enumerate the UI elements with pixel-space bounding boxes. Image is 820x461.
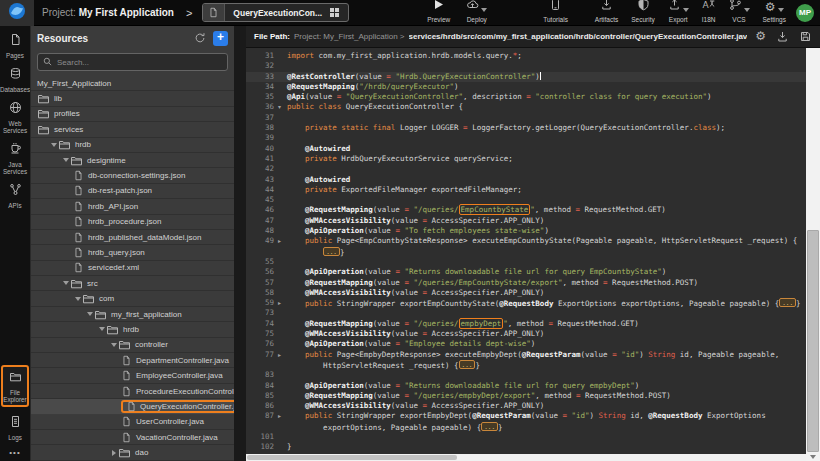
- tree-item-src[interactable]: src: [31, 276, 234, 291]
- caret-down-icon[interactable]: [87, 312, 93, 316]
- tree-item-hrdb_API.json[interactable]: hrdb_API.json: [31, 199, 234, 214]
- tree-item-designtime[interactable]: designtime: [31, 153, 234, 168]
- code-line-84[interactable]: 84 @ApiOperation(value = "Returns downlo…: [246, 381, 806, 391]
- code-line-73[interactable]: 73: [246, 308, 806, 318]
- open-file-tab[interactable]: QueryExecutionCon...: [202, 3, 349, 22]
- code-line-83[interactable]: 83: [246, 370, 806, 380]
- settings-button[interactable]: ⚙Settings: [763, 2, 787, 23]
- folded-code-placeholder[interactable]: ...: [779, 298, 796, 307]
- caret-down-icon[interactable]: [75, 297, 81, 301]
- app-logo[interactable]: [0, 0, 34, 26]
- code-line-44[interactable]: 44 private ExportedFileManager exportedF…: [246, 185, 806, 195]
- rail-item-java-services[interactable]: Java Services: [1, 141, 29, 175]
- folded-code-placeholder[interactable]: ...: [481, 422, 498, 431]
- caret-down-icon[interactable]: [63, 158, 69, 162]
- code-line-46[interactable]: 46 @RequestMapping(value = "/queries/Emp…: [246, 205, 806, 215]
- panel-scrollbar-track[interactable]: [234, 26, 246, 461]
- horizontal-scrollbar[interactable]: [246, 454, 806, 461]
- tree-item-db-rest-patch.json[interactable]: db-rest-patch.json: [31, 184, 234, 199]
- rail-item-apis[interactable]: APIs: [1, 182, 29, 209]
- vertical-scrollbar[interactable]: [806, 48, 820, 461]
- code-line-56[interactable]: 56 @ApiOperation(value = "Returns downlo…: [246, 267, 806, 277]
- caret-right-icon[interactable]: [112, 450, 116, 456]
- caret-down-icon[interactable]: [99, 327, 105, 331]
- caret-down-icon[interactable]: [51, 143, 57, 147]
- scroll-down-arrow-icon[interactable]: [810, 455, 816, 459]
- fold-open-icon[interactable]: ▾: [278, 102, 287, 112]
- rail-item-pages[interactable]: Pages: [1, 32, 29, 59]
- tree-item-UserController.java[interactable]: UserController.java: [31, 415, 234, 430]
- tree-item-profiles[interactable]: profiles: [31, 107, 234, 122]
- security-button[interactable]: Security: [631, 2, 654, 23]
- chevron-down-icon[interactable]: [683, 8, 689, 12]
- code-line-31[interactable]: 31import com.my_first_application.hrdb.m…: [246, 51, 806, 61]
- chevron-down-icon[interactable]: [744, 8, 750, 12]
- code-line-75[interactable]: 75 @WMAccessVisibility(value = AccessSpe…: [246, 329, 806, 339]
- code-line-wrap[interactable]: exportOptions, Pageable pageable) {...}: [246, 422, 806, 432]
- save-file-button[interactable]: [799, 30, 812, 43]
- code-line-43[interactable]: 43 @Autowired: [246, 175, 806, 185]
- fold-closed-icon[interactable]: ▸: [278, 411, 287, 421]
- code-line-59[interactable]: 59▸ public StringWrapper exportEmpCountb…: [246, 298, 806, 308]
- user-avatar[interactable]: MP: [796, 4, 814, 22]
- code-line-48[interactable]: 48 @ApiOperation(value = "To fetch emplo…: [246, 226, 806, 236]
- code-line-32[interactable]: 32: [246, 61, 806, 71]
- code-line-86[interactable]: 86 @WMAccessVisibility(value = AccessSpe…: [246, 401, 806, 411]
- tree-item-services[interactable]: services: [31, 122, 234, 137]
- fold-closed-icon[interactable]: ▸: [278, 350, 287, 360]
- tree-item-hrdb_query.json[interactable]: hrdb_query.json: [31, 245, 234, 260]
- tree-item-hrdb_published_dataModel.json[interactable]: hrdb_published_dataModel.json: [31, 230, 234, 245]
- code-line-37[interactable]: 37: [246, 113, 806, 123]
- caret-down-icon[interactable]: [63, 281, 69, 285]
- tree-item-QueryExecutionController.java[interactable]: QueryExecutionController.java: [31, 399, 234, 414]
- preview-button[interactable]: Preview: [427, 2, 450, 23]
- code-line-76[interactable]: 76 @ApiOperation(value = "Employee detai…: [246, 339, 806, 349]
- code-line-39[interactable]: 39: [246, 133, 806, 143]
- tutorials-button[interactable]: Tutorials: [543, 2, 568, 23]
- tree-item-my_first_application[interactable]: my_first_application: [31, 307, 234, 322]
- code-line-40[interactable]: 40 @Autowired: [246, 144, 806, 154]
- code-line-35[interactable]: 35@Api(value = "QueryExecutionController…: [246, 92, 806, 102]
- code-line-42[interactable]: 42: [246, 164, 806, 174]
- code-line-101[interactable]: 101: [246, 432, 806, 442]
- horizontal-scrollbar-thumb[interactable]: [247, 455, 457, 460]
- code-line-wrap[interactable]: ...}: [246, 247, 806, 257]
- code-line-38[interactable]: 38 private static final Logger LOGGER = …: [246, 123, 806, 133]
- add-resource-button[interactable]: +: [213, 31, 228, 46]
- code-line-58[interactable]: 58 @WMAccessVisibility(value = AccessSpe…: [246, 288, 806, 298]
- code-line-77[interactable]: 77▸ public Page<EmpbyDeptResponse> execu…: [246, 350, 806, 360]
- artifacts-button[interactable]: Artifacts: [595, 2, 618, 23]
- vcs-button[interactable]: VCS: [729, 2, 750, 23]
- tree-item-VacationController.java[interactable]: VacationController.java: [31, 430, 234, 445]
- rail-overflow-button[interactable]: •••: [9, 448, 20, 457]
- chevron-down-icon[interactable]: [481, 8, 487, 12]
- tree-item-My_First_Application[interactable]: My_First_Application: [31, 76, 234, 91]
- code-line-102[interactable]: 102}: [246, 442, 806, 452]
- caret-down-icon[interactable]: [111, 343, 117, 347]
- tree-item-hrdb[interactable]: hrdb: [31, 322, 234, 337]
- code-line-47[interactable]: 47 @WMAccessVisibility(value = AccessSpe…: [246, 216, 806, 226]
- rail-item-file-explorer[interactable]: File Explorer: [1, 365, 29, 407]
- refresh-icon[interactable]: [194, 32, 206, 44]
- tree-item-com[interactable]: com: [31, 291, 234, 306]
- tree-item-controller[interactable]: controller: [31, 338, 234, 353]
- deploy-button[interactable]: Deploy: [466, 2, 487, 23]
- fold-closed-icon[interactable]: ▸: [278, 236, 287, 246]
- tree-item-hrdb_procedure.json[interactable]: hrdb_procedure.json: [31, 215, 234, 230]
- code-line-74[interactable]: 74 @RequestMapping(value = "/queries/emp…: [246, 319, 806, 329]
- editor-settings-button[interactable]: ⚙: [755, 30, 766, 43]
- tree-item-EmployeeController.java[interactable]: EmployeeController.java: [31, 368, 234, 383]
- tree-item-lib[interactable]: lib: [31, 91, 234, 106]
- code-editor[interactable]: 31import com.my_first_application.hrdb.m…: [246, 48, 806, 461]
- code-line-49[interactable]: 49▸ public Page<EmpCountbyStateResponse>…: [246, 236, 806, 246]
- tree-item-ProcedureExecutionController.java[interactable]: ProcedureExecutionController.java: [31, 384, 234, 399]
- tree-item-DepartmentController.java[interactable]: DepartmentController.java: [31, 353, 234, 368]
- chevron-down-icon[interactable]: [778, 8, 784, 12]
- search-input[interactable]: [57, 58, 222, 67]
- code-line-33[interactable]: 33@RestController(value = "Hrdb.QueryExe…: [246, 72, 806, 82]
- code-line-41[interactable]: 41 private HrdbQueryExecutorService quer…: [246, 154, 806, 164]
- code-line-34[interactable]: 34@RequestMapping("/hrdb/queryExecutor"): [246, 82, 806, 92]
- tree-item-hrdb[interactable]: hrdb: [31, 138, 234, 153]
- tree-item-dao[interactable]: dao: [31, 445, 234, 460]
- chevron-right-icon[interactable]: >: [186, 7, 192, 19]
